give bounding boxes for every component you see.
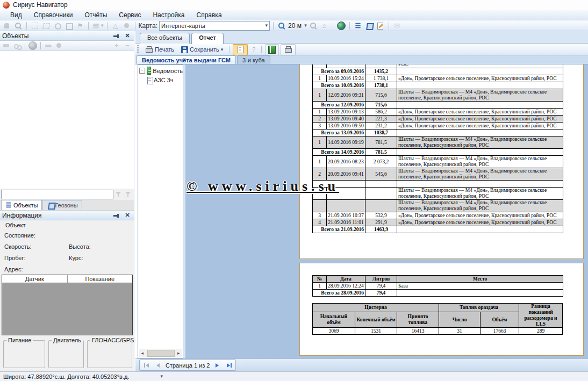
tab-objects-label: Объекты [13,202,38,209]
separator [25,42,25,49]
menu-item[interactable]: Сервис [113,10,147,20]
save-button[interactable]: Сохранить ▾ [178,45,226,55]
table-cell: 781,5 [365,136,397,149]
sphere-tool-button[interactable] [122,21,132,30]
remove-object-button[interactable]: − [123,41,132,51]
tab-report-cubes[interactable]: 3-и куба [237,55,270,64]
object-list-button[interactable]: ☰ [353,21,363,30]
last-page-button[interactable] [225,361,233,369]
close-icon[interactable]: ✕ [123,211,132,220]
table-cell: 1 [313,136,327,149]
select-circle-button[interactable] [53,21,62,30]
menu-item[interactable]: Отчёты [78,10,113,20]
menu-item[interactable]: Вид [4,10,28,20]
zoom-in-button[interactable] [277,21,286,30]
link-button[interactable] [12,41,22,51]
table-row: 321.09.2016 10:37532,9«Дон», Пролетарско… [313,212,563,219]
tab-objects[interactable]: ☰ Объекты [1,200,42,210]
tab-report[interactable]: Отчет [191,33,224,44]
select-area-button[interactable] [30,21,40,30]
tree-node-child[interactable]: АЗС 3ч [146,76,183,84]
menu-item[interactable]: Настройка [147,10,190,20]
tree-horizontal-scrollbar[interactable]: ◂ ▸ [139,349,182,357]
help-button[interactable]: ? [249,45,258,55]
report-viewer[interactable]: РОСВсего за 09.09.20161435,2110.09.2016 … [185,64,588,358]
zoom-scale-select[interactable]: 20 м ▾ [288,21,307,30]
previous-page-button[interactable] [154,361,162,369]
select-polygon-button[interactable] [41,21,51,30]
single-page-toggle-button[interactable] [233,44,248,55]
print-preview-button[interactable] [281,44,296,55]
layers-button[interactable]: ▾ [92,21,104,30]
zoom-out-button[interactable] [309,21,318,30]
add-object-button[interactable]: + [112,41,121,51]
report-tabstrip: Ведомость учёта выдачи ГСМ 3-и куба [135,56,588,64]
toolbar-grip[interactable] [137,45,139,54]
search-tool-button[interactable] [13,21,23,30]
speed-label: Скорость: [4,243,32,250]
flag-tool-button[interactable]: ⚑ [75,21,85,30]
mail-button[interactable]: ✉ [392,21,402,30]
search-row [0,189,134,200]
table-cell: 1 [313,283,327,290]
home-button[interactable]: ⌂ [320,21,329,30]
scrollbar-thumb[interactable] [147,350,175,357]
collapse-icon[interactable]: − [139,68,145,74]
tab-report-gsm[interactable]: Ведомость учёта выдачи ГСМ [137,55,236,64]
pin-icon[interactable] [112,211,121,220]
select-rect-button[interactable] [64,21,74,30]
status-bar: Широта: 47.88920°с.ш. Долгота: 40.05203°… [0,371,588,381]
book-view-button[interactable] [265,44,279,55]
filter-clear-icon[interactable] [124,190,133,199]
tab-geozones[interactable]: Геозоны [42,200,82,210]
pan-tool-button[interactable] [2,21,12,30]
track-button[interactable] [2,41,11,51]
table-cell: Всего за 12.09.2016 [313,102,365,109]
table-cell: 21.09.2016 10:37 [327,212,365,219]
table-cell [365,200,397,212]
measure-button[interactable]: △ [111,21,120,30]
internet-map-button[interactable] [336,21,346,30]
table-cell [397,181,563,188]
menu-item[interactable]: Справка [190,10,227,20]
scroll-left-icon[interactable]: ◂ [139,349,146,357]
separator [26,22,27,30]
table-row: 113.09.2016 09:13586,2«Дон», Пролетарско… [313,109,563,116]
table-row: Шахты — Владимировская — М4 «Дон», Влади… [313,188,563,200]
print-button[interactable]: Печать [142,45,177,55]
tree-node-root[interactable]: − Ведомость [139,67,183,75]
object-search-input[interactable] [1,190,113,199]
notes-button[interactable] [376,21,385,30]
menu-item[interactable]: Справочники [28,10,79,20]
dropdown-caret-icon[interactable]: ▾ [160,374,163,379]
flag-icon: ⚑ [76,21,84,30]
map-show-button[interactable] [28,41,38,51]
sensors-body[interactable] [3,284,131,334]
summary-value-cell: 16413 [397,328,439,335]
dropdown-caret-icon: ▾ [304,23,307,28]
next-page-button[interactable] [213,361,221,369]
scroll-right-icon[interactable]: ▸ [175,349,182,357]
objects-list[interactable] [0,51,134,189]
geozone-button[interactable] [364,21,374,30]
vehicle-button[interactable] [44,41,53,51]
table-cell: 1 [313,75,327,82]
tab-all-objects[interactable]: Все объекты [140,33,190,44]
table-cell [313,200,327,212]
map-select[interactable]: Интернет-карты ▾ [159,21,270,31]
table-cell: 221,3 [365,116,397,123]
table-cell: Всего за 09.09.2016 [313,68,365,75]
close-icon[interactable]: ✕ [123,32,132,40]
table-cell [397,102,563,109]
point-button[interactable] [54,41,64,51]
first-page-button[interactable] [142,361,150,369]
table-row: 220.09.2016 09:41545,6Шахты — Владимиров… [313,168,563,181]
pin-icon[interactable] [112,32,121,40]
minus-icon: − [123,41,132,50]
table-cell: База [397,283,563,290]
table-row: Всего за 28.09.201679,4 [313,290,563,297]
square-icon [64,21,73,30]
car-icon [44,41,53,50]
separator [40,42,41,49]
filter-icon[interactable] [114,190,123,199]
